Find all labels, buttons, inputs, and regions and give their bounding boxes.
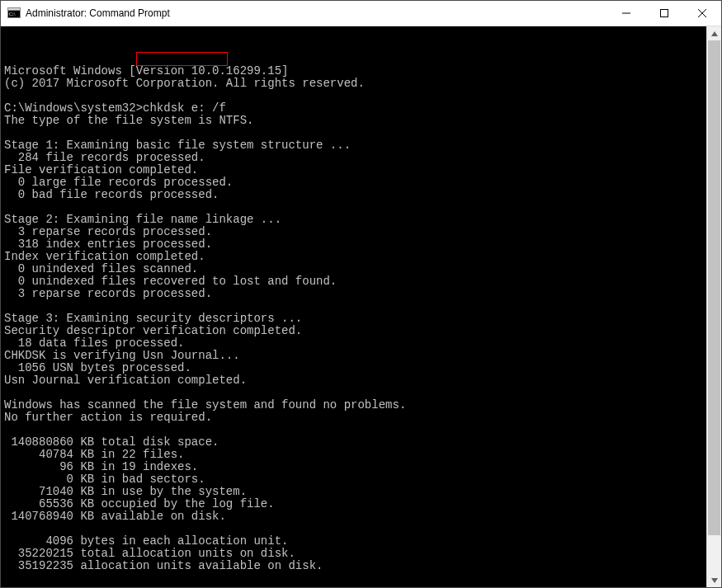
svg-rect-1 <box>8 8 21 11</box>
terminal-line: 0 KB in bad sectors. <box>4 473 706 486</box>
terminal-line <box>4 127 706 139</box>
scroll-thumb[interactable] <box>708 40 720 535</box>
terminal-line: 3 reparse records processed. <box>4 288 706 300</box>
terminal-line: 18 data files processed. <box>4 337 706 350</box>
terminal-line: Microsoft Windows [Version 10.0.16299.15… <box>4 65 706 78</box>
close-button[interactable] <box>683 1 721 26</box>
terminal-line: File verification completed. <box>4 164 706 176</box>
terminal-line <box>4 201 706 214</box>
svg-rect-4 <box>661 10 668 17</box>
terminal-line: Stage 2: Examining file name linkage ... <box>4 214 706 226</box>
command-prompt-window: C:\ Administrator: Command Prompt Micros… <box>0 0 722 588</box>
terminal-line: 35192235 allocation units available on d… <box>4 560 706 572</box>
terminal-line: CHKDSK is verifying Usn Journal... <box>4 350 706 362</box>
terminal-line: 0 unindexed files scanned. <box>4 263 706 275</box>
terminal-line: 140768940 KB available on disk. <box>4 510 706 523</box>
terminal-line: 284 file records processed. <box>4 152 706 164</box>
cmd-icon: C:\ <box>7 7 21 20</box>
terminal-line: Usn Journal verification completed. <box>4 374 706 387</box>
terminal-line: 65536 KB occupied by the log file. <box>4 498 706 510</box>
svg-marker-7 <box>711 31 718 36</box>
terminal-line: No further action is required. <box>4 412 706 424</box>
terminal-line: 3 reparse records processed. <box>4 226 706 238</box>
terminal-line: 0 bad file records processed. <box>4 189 706 201</box>
terminal-line: Stage 3: Examining security descriptors … <box>4 313 706 325</box>
minimize-button[interactable] <box>607 1 645 26</box>
terminal-line: 0 large file records processed. <box>4 176 706 189</box>
svg-marker-8 <box>711 578 718 583</box>
terminal-line <box>4 90 706 102</box>
terminal-line: 96 KB in 19 indexes. <box>4 461 706 473</box>
terminal-line: 318 index entries processed. <box>4 238 706 251</box>
terminal-line: 1056 USN bytes processed. <box>4 362 706 374</box>
terminal-line: Index verification completed. <box>4 251 706 263</box>
svg-text:C:\: C:\ <box>9 12 16 16</box>
terminal-line: 0 unindexed files recovered to lost and … <box>4 275 706 288</box>
terminal-line: C:\Windows\system32>chkdsk e: /f <box>4 102 706 115</box>
terminal-line: 35220215 total allocation units on disk. <box>4 548 706 560</box>
terminal-line: Stage 1: Examining basic file system str… <box>4 139 706 152</box>
terminal-line <box>4 387 706 399</box>
maximize-button[interactable] <box>645 1 683 26</box>
scroll-down-button[interactable] <box>707 573 721 587</box>
terminal-line: The type of the file system is NTFS. <box>4 115 706 127</box>
terminal-line: Windows has scanned the file system and … <box>4 399 706 412</box>
terminal-line: 140880860 KB total disk space. <box>4 436 706 449</box>
terminal-line: 40784 KB in 22 files. <box>4 449 706 461</box>
terminal-line <box>4 424 706 436</box>
terminal-line: Security descriptor verification complet… <box>4 325 706 337</box>
terminal-line <box>4 523 706 535</box>
titlebar[interactable]: C:\ Administrator: Command Prompt <box>1 1 721 26</box>
window-title: Administrator: Command Prompt <box>26 7 170 19</box>
terminal-line: 71040 KB in use by the system. <box>4 486 706 498</box>
terminal-output[interactable]: Microsoft Windows [Version 10.0.16299.15… <box>1 26 706 587</box>
client-area: Microsoft Windows [Version 10.0.16299.15… <box>1 26 721 587</box>
terminal-line: 4096 bytes in each allocation unit. <box>4 535 706 548</box>
vertical-scrollbar[interactable] <box>706 26 721 587</box>
terminal-line <box>4 300 706 313</box>
terminal-line: (c) 2017 Microsoft Corporation. All righ… <box>4 78 706 90</box>
scroll-up-button[interactable] <box>707 26 721 40</box>
